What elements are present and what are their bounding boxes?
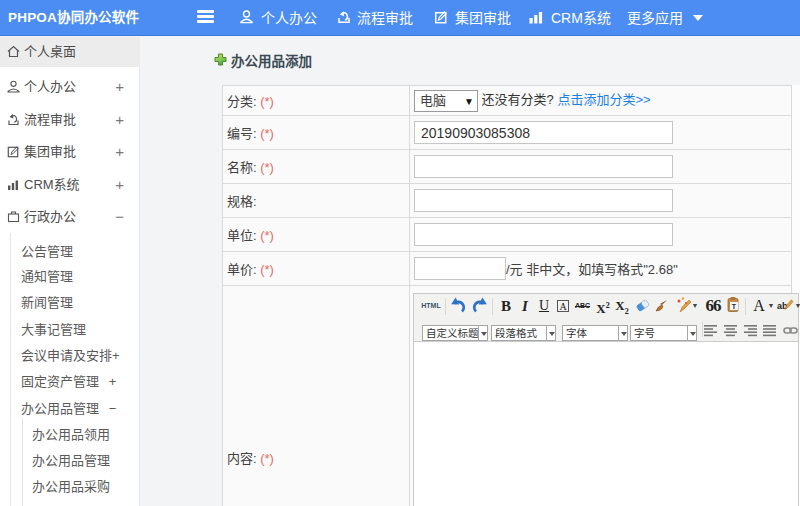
svg-text:T: T [732,303,737,310]
svg-text:ab: ab [777,301,788,311]
